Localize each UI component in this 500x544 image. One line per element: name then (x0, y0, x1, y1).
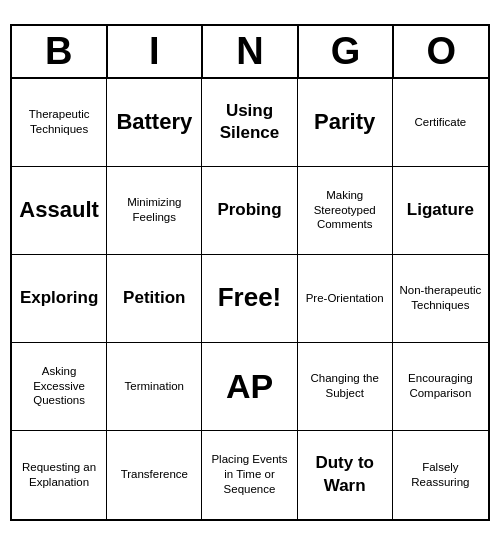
bingo-cell-14: Non-therapeutic Techniques (393, 255, 488, 343)
bingo-cell-0: Therapeutic Techniques (12, 79, 107, 167)
bingo-cell-24: Falsely Reassuring (393, 431, 488, 519)
bingo-cell-12: Free! (202, 255, 297, 343)
bingo-cell-8: Making Stereotyped Comments (298, 167, 393, 255)
bingo-cell-15: Asking Excessive Questions (12, 343, 107, 431)
header-letter-N: N (203, 26, 299, 77)
header-letter-I: I (108, 26, 204, 77)
bingo-grid: Therapeutic TechniquesBatteryUsing Silen… (12, 79, 488, 519)
bingo-cell-4: Certificate (393, 79, 488, 167)
bingo-cell-13: Pre-Orientation (298, 255, 393, 343)
header-letter-B: B (12, 26, 108, 77)
bingo-cell-21: Transference (107, 431, 202, 519)
bingo-cell-7: Probing (202, 167, 297, 255)
bingo-cell-17: AP (202, 343, 297, 431)
header-letter-G: G (299, 26, 395, 77)
bingo-cell-3: Parity (298, 79, 393, 167)
bingo-cell-18: Changing the Subject (298, 343, 393, 431)
bingo-cell-2: Using Silence (202, 79, 297, 167)
bingo-cell-20: Requesting an Explanation (12, 431, 107, 519)
bingo-cell-9: Ligature (393, 167, 488, 255)
bingo-cell-5: Assault (12, 167, 107, 255)
bingo-cell-22: Placing Events in Time or Sequence (202, 431, 297, 519)
bingo-cell-1: Battery (107, 79, 202, 167)
bingo-cell-10: Exploring (12, 255, 107, 343)
bingo-cell-11: Petition (107, 255, 202, 343)
bingo-cell-19: Encouraging Comparison (393, 343, 488, 431)
bingo-cell-6: Minimizing Feelings (107, 167, 202, 255)
header-letter-O: O (394, 26, 488, 77)
bingo-cell-23: Duty to Warn (298, 431, 393, 519)
bingo-header: BINGO (12, 26, 488, 79)
bingo-card: BINGO Therapeutic TechniquesBatteryUsing… (10, 24, 490, 521)
bingo-cell-16: Termination (107, 343, 202, 431)
